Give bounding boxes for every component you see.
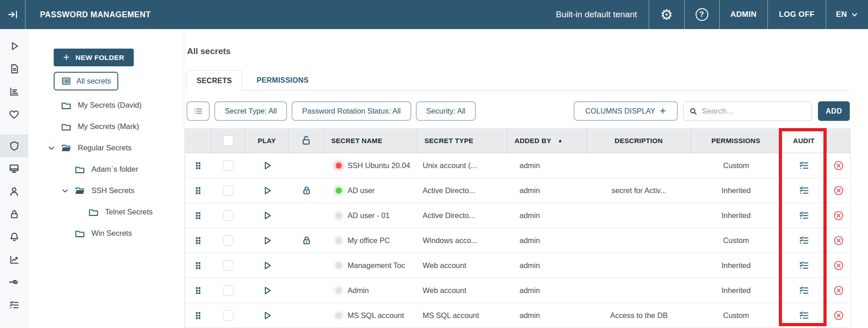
delete-icon[interactable] [833,210,844,221]
row-checkbox[interactable] [223,310,233,321]
play-icon[interactable] [262,285,273,296]
row-checkbox[interactable] [223,185,233,196]
added-by: admin [507,253,587,278]
filter-password-rotation-status[interactable]: Password Rotation Status: All [292,101,411,121]
drag-handle-icon[interactable] [193,311,203,320]
folder-icon [61,99,72,111]
permissions: Inherited [691,278,781,303]
delete-icon[interactable] [833,160,844,171]
row-checkbox[interactable] [223,210,233,221]
audit-icon[interactable] [798,285,810,296]
secret-type: Active Directo... [417,178,507,203]
secret-type: Windows acco... [417,228,507,253]
columns-display-button[interactable]: COLUMNS DISPLAY + [574,101,678,121]
rail-item-audit-log[interactable] [0,293,28,316]
folder-tree-item[interactable]: Regular Secrets [28,137,184,159]
drag-handle-icon[interactable] [193,186,203,195]
select-all-checkbox[interactable] [223,135,233,146]
delete-icon[interactable] [833,185,844,196]
added-by: admin [507,278,587,303]
rail-item-documents[interactable] [0,57,28,80]
column-added-by[interactable]: ADDED BY ▲ [507,128,587,153]
shield-icon [9,140,20,152]
settings-button[interactable]: ⚙ [649,0,684,29]
audit-icon[interactable] [798,210,810,221]
table-row: AD user - 01 Active Directo... admin Inh… [185,203,850,228]
row-checkbox[interactable] [223,235,233,246]
row-checkbox[interactable] [223,260,233,271]
page-title: All secrets [187,46,231,56]
gear-icon: ⚙ [660,8,673,22]
folder-tree-item[interactable]: SSH Secrets [28,180,184,201]
added-by: admin [507,203,587,228]
audit-icon[interactable] [798,235,810,246]
new-folder-button[interactable]: + NEW FOLDER [54,49,134,66]
collapse-arrow-icon [7,9,19,20]
tab-permissions[interactable]: PERMISSIONS [242,70,323,90]
search-input[interactable] [702,107,806,116]
audit-icon[interactable] [798,160,810,171]
rail-item-play[interactable] [0,35,28,57]
rail-item-users[interactable] [0,180,28,203]
play-icon[interactable] [262,310,273,321]
folder-tree-item[interactable]: Adam`s folder [28,159,184,180]
chevron-down-icon [61,186,70,195]
secret-type: Unix account (... [417,153,507,178]
rail-item-analytics[interactable] [0,248,28,271]
folder-tree-item[interactable]: My Secrets (Mark) [28,116,184,137]
rail-item-favorites[interactable] [0,103,28,125]
play-icon[interactable] [262,235,273,246]
drag-handle-icon[interactable] [193,261,203,270]
column-audit[interactable]: AUDIT [781,128,827,153]
tree-item-label: SSH Secrets [91,186,134,195]
view-options-button[interactable] [187,101,210,121]
audit-icon[interactable] [798,310,810,321]
row-checkbox[interactable] [223,285,233,296]
add-button[interactable]: ADD [818,101,850,121]
filter-security[interactable]: Security: All [416,101,476,121]
tab-secrets[interactable]: SECRETS [187,70,242,90]
row-checkbox[interactable] [223,160,233,171]
column-secret-type[interactable]: SECRET TYPE [417,128,507,153]
rail-item-devices[interactable] [0,157,28,180]
audit-icon[interactable] [798,260,810,271]
drag-handle-icon[interactable] [193,161,203,170]
drag-handle-icon[interactable] [193,211,203,220]
delete-icon[interactable] [833,260,844,271]
language-selector[interactable]: EN [826,0,868,29]
delete-icon[interactable] [833,235,844,246]
column-secret-name[interactable]: SECRET NAME [324,128,417,153]
lock-icon [301,185,312,196]
rail-item-integrations[interactable] [0,271,28,293]
play-icon[interactable] [262,185,273,196]
logoff-button[interactable]: LOG OFF [767,0,825,29]
secrets-table: PLAY SECRET NAME SECRET TYPE ADDED BY ▲ … [185,128,851,328]
delete-icon[interactable] [833,285,844,296]
folder-tree-item[interactable]: Win Secrets [28,223,184,244]
plus-icon: + [63,52,70,63]
rail-item-security[interactable] [0,134,28,157]
play-icon[interactable] [262,260,273,271]
rail-item-credentials[interactable] [0,203,28,225]
filter-secret-type[interactable]: Secret Type: All [214,101,287,121]
admin-menu[interactable]: ADMIN [719,0,768,29]
table-row: Admin Web account admin Inherited [185,278,850,303]
drag-handle-icon[interactable] [193,286,203,295]
column-permissions[interactable]: PERMISSIONS [691,128,781,153]
column-play[interactable]: PLAY [245,128,289,153]
play-icon[interactable] [262,210,273,221]
folder-tree-item[interactable]: My Secrets (David) [28,94,184,116]
drag-handle-icon[interactable] [193,236,203,245]
tree-item-label: My Secrets (David) [78,101,141,109]
column-description[interactable]: DESCRIPTION [587,128,691,153]
folder-tree-item[interactable]: Telnet Secrets [28,201,184,223]
delete-icon[interactable] [833,310,844,321]
audit-icon[interactable] [798,185,810,196]
all-secrets-button[interactable]: All secrets [54,72,118,90]
rail-item-reports[interactable] [0,80,28,103]
sidebar-collapse-button[interactable] [0,0,25,29]
help-button[interactable]: ? [684,0,719,29]
rail-item-notifications[interactable] [0,225,28,248]
play-icon[interactable] [262,160,273,171]
filter-bar: Secret Type: All Password Rotation Statu… [187,101,850,121]
